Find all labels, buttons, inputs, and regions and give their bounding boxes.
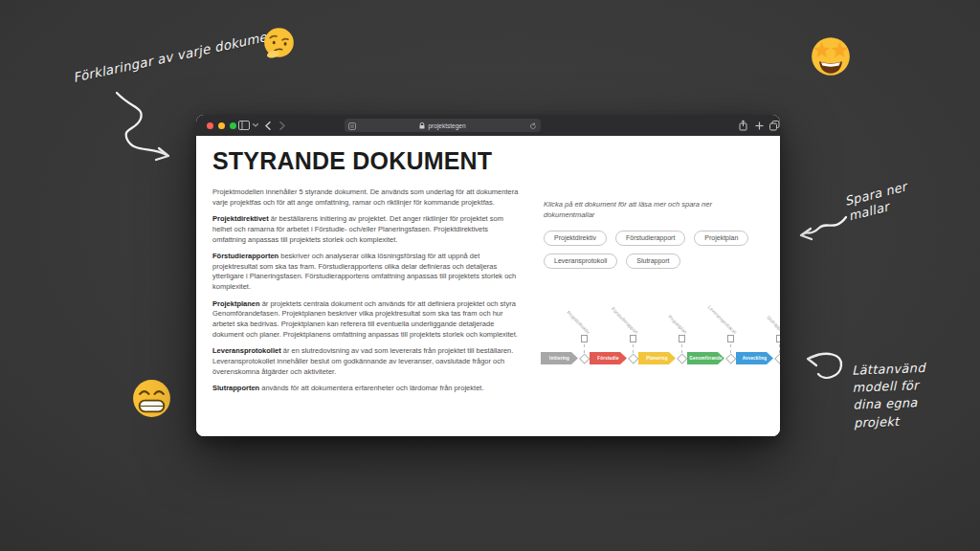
- phase-label: Genomförande: [689, 356, 722, 361]
- milestone-diamond: [677, 353, 687, 364]
- milestone-doc-label: Projektdirektiv: [566, 309, 590, 334]
- zigzag-arrow: [803, 217, 846, 234]
- annotation-save-templates: Spara ner mallar: [843, 178, 920, 225]
- document-icon: [630, 335, 636, 342]
- milestone: Projektplan: [678, 355, 685, 363]
- phase-chevron: Planering: [638, 352, 676, 364]
- milestone: Slutrapport: [775, 355, 780, 363]
- document-links-panel: Klicka på ett dokument för att läsa mer …: [544, 200, 777, 276]
- zoom-button[interactable]: [230, 122, 236, 129]
- paragraph-lead: Leveransprotokollet: [212, 346, 281, 355]
- lock-icon: [419, 122, 425, 129]
- document-icon: [679, 335, 685, 342]
- paragraph-forstudierapporten: Förstudierapporten beskriver och analyse…: [212, 252, 522, 293]
- document-icon: [776, 335, 780, 342]
- dashed-connector: [584, 344, 585, 353]
- project-phase-diagram: Initiering Projektdirektiv Förstudie För…: [541, 286, 780, 364]
- milestone-diamond: [628, 353, 638, 364]
- milestone-doc-label: Projektplan: [667, 314, 688, 335]
- hook-arrow: [810, 354, 841, 378]
- paragraph-lead: Projektdirektivet: [212, 214, 269, 223]
- phase-chevron: Förstudie: [590, 352, 627, 364]
- forstudierapport-button[interactable]: Förstudierapport: [615, 231, 685, 246]
- background: Förklaringar av varje dokument Spara ner…: [0, 0, 980, 551]
- leveransprotokoll-button[interactable]: Leveransprotokoll: [544, 253, 617, 269]
- milestone-diamond: [579, 353, 590, 364]
- curly-arrow: [117, 93, 167, 155]
- phase-label: Avveckling: [743, 356, 768, 361]
- phase-label: Planering: [646, 356, 667, 361]
- paragraph-lead: Förstudierapporten: [212, 252, 278, 260]
- document-descriptions: STYRANDE DOKUMENT Projektmodellen innehå…: [212, 148, 522, 401]
- projektplan-button[interactable]: Projektplan: [694, 231, 748, 246]
- plus-icon[interactable]: [755, 121, 764, 130]
- paragraph-lead: Projektplanen: [212, 299, 260, 308]
- phase-avveckling: Avveckling Slutrapport: [736, 352, 780, 364]
- close-button[interactable]: [207, 122, 213, 129]
- sidebar-icon[interactable]: [238, 121, 250, 130]
- zigzag-arrow-head: [801, 229, 812, 239]
- dashed-connector: [633, 344, 634, 353]
- back-icon[interactable]: [265, 121, 271, 130]
- phase-chevron: Initiering: [541, 352, 578, 364]
- beaming-face-emoji: [130, 377, 173, 420]
- slutrapport-button[interactable]: Slutrapport: [626, 253, 679, 269]
- browser-window: projektstegen STYRANDE: [196, 115, 780, 436]
- intro-paragraph: Projektmodellen innehåller 5 styrande do…: [212, 187, 522, 208]
- document-icon: [727, 335, 734, 342]
- hook-arrow-head: [808, 355, 818, 365]
- dashed-connector: [681, 344, 682, 353]
- phase-genomforande: Genomförande Leveransprotokoll: [687, 352, 736, 364]
- milestone-diamond: [774, 353, 780, 364]
- address-bar[interactable]: projektstegen: [345, 119, 541, 132]
- thinking-face-emoji: [262, 26, 296, 59]
- page-settings-icon[interactable]: [348, 122, 356, 130]
- phase-chevron: Avveckling: [736, 352, 773, 364]
- share-icon[interactable]: [739, 120, 747, 131]
- dashed-connector: [730, 344, 731, 353]
- annotation-easy-model: Lättanvänd modell för dina egna projekt: [852, 359, 945, 431]
- button-row-1: Projektdirektiv Förstudierapport Projekt…: [544, 231, 777, 246]
- paragraph-text: används för att dokumentera erfarenheter…: [259, 384, 483, 392]
- phase-chevron: Genomförande: [687, 352, 724, 364]
- phase-label: Initiering: [549, 356, 569, 361]
- milestone-doc-label: Slutrapport: [766, 314, 780, 335]
- dashed-connector: [779, 344, 780, 353]
- paragraph-slutrapporten: Slutrapporten används för att dokumenter…: [212, 384, 522, 394]
- paragraph-projektplanen: Projektplanen är projektets centrala dok…: [212, 299, 522, 341]
- paragraph-lead: Slutrapporten: [212, 384, 259, 392]
- milestone: Projektdirektiv: [580, 355, 588, 363]
- forward-icon[interactable]: [279, 121, 285, 130]
- address-text: projektstegen: [428, 122, 465, 129]
- projektdirektiv-button[interactable]: Projektdirektiv: [544, 231, 607, 246]
- milestone: Leveransprotokoll: [726, 355, 734, 363]
- tabs-icon[interactable]: [769, 121, 780, 131]
- chevron-down-icon[interactable]: [253, 123, 258, 127]
- phase-label: Förstudie: [597, 356, 618, 361]
- click-note: Klicka på ett dokument för att läsa mer …: [544, 200, 725, 221]
- phase-planering: Planering Projektplan: [638, 352, 687, 364]
- page-content: STYRANDE DOKUMENT Projektmodellen innehå…: [196, 136, 780, 436]
- milestone-doc-label: Förstudierapport: [611, 305, 639, 334]
- button-row-2: Leveransprotokoll Slutrapport: [544, 253, 777, 269]
- document-icon: [581, 335, 588, 342]
- minimize-button[interactable]: [218, 122, 225, 129]
- milestone-diamond: [725, 353, 736, 364]
- milestone: Förstudierapport: [629, 355, 636, 363]
- paragraph-projektdirektivet: Projektdirektivet är beställarens initie…: [212, 214, 522, 245]
- milestone-doc-label: Leveransprotokoll: [706, 303, 737, 334]
- browser-titlebar: projektstegen: [196, 115, 780, 136]
- phase-forstudie: Förstudie Förstudierapport: [590, 352, 638, 364]
- paragraph-leveransprotokollet: Leveransprotokollet är en slutredovisnin…: [212, 346, 522, 377]
- reload-icon[interactable]: [529, 122, 537, 130]
- curly-arrow-head: [156, 148, 168, 160]
- annotation-top-left: Förklaringar av varje dokument: [72, 26, 282, 85]
- page-title: STYRANDE DOKUMENT: [212, 148, 522, 173]
- star-struck-emoji: [809, 34, 853, 78]
- phase-initiering: Initiering Projektdirektiv: [541, 352, 590, 364]
- window-controls: [207, 122, 236, 129]
